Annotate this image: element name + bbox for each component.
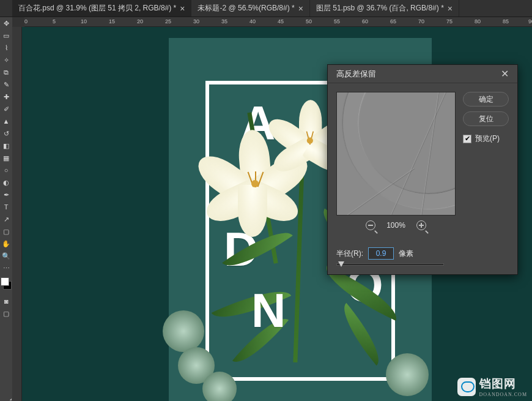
move-tool[interactable]: ✥: [0, 17, 12, 29]
watermark-sub: DOANDOAN.COM: [479, 392, 527, 397]
slider-thumb[interactable]: [338, 261, 344, 267]
hand-tool[interactable]: ✋: [0, 238, 12, 250]
tab-label: 图层 51.psb @ 36.7% (百合, RGB/8#) *: [316, 3, 444, 13]
screenmode-toggle[interactable]: ▢: [0, 307, 12, 320]
succulent-icon: [163, 310, 204, 352]
zoom-percent: 100%: [386, 221, 405, 230]
pen-tool[interactable]: ✒: [0, 189, 12, 201]
tab-label: 未标题-2 @ 56.5%(RGB/8#) *: [198, 3, 294, 13]
brush-tool[interactable]: ✐: [0, 103, 12, 115]
succulent-icon: [386, 353, 429, 396]
poster-letter-n: N: [251, 283, 286, 339]
zoom-out-icon[interactable]: [366, 220, 375, 230]
ok-button[interactable]: 确定: [463, 92, 509, 107]
watermark: 铛图网 DOANDOAN.COM: [457, 376, 527, 397]
watermark-icon: [457, 378, 476, 396]
vertical-ruler: [12, 27, 22, 401]
dodge-tool[interactable]: ◐: [0, 176, 12, 189]
reset-button[interactable]: 复位: [463, 111, 509, 126]
horizontal-ruler: 0 5 10 15 20 25 30 35 40 45 50 55 60 65 …: [24, 17, 532, 27]
preview-label: 预览(P): [475, 133, 500, 144]
shape-tool[interactable]: ▢: [0, 225, 12, 238]
dialog-title: 高反差保留: [336, 69, 376, 80]
zoom-tool[interactable]: 🔍: [0, 250, 12, 262]
succulent-icon: [202, 372, 237, 401]
close-icon[interactable]: ×: [448, 4, 453, 13]
tab-document-2[interactable]: 未标题-2 @ 56.5%(RGB/8#) * ×: [191, 0, 309, 17]
blur-tool[interactable]: ○: [0, 164, 12, 176]
color-swatches[interactable]: [0, 277, 12, 291]
high-pass-dialog: 高反差保留 ✕ 100% 确定 复位 ✔ 预览(P) 半: [327, 64, 518, 275]
dialog-titlebar[interactable]: 高反差保留 ✕: [328, 65, 517, 83]
healing-tool[interactable]: ✚: [0, 91, 12, 103]
filter-preview[interactable]: [336, 92, 456, 215]
close-icon[interactable]: ✕: [497, 67, 512, 81]
path-tool[interactable]: ↗: [0, 213, 12, 225]
tab-document-3[interactable]: 图层 51.psb @ 36.7% (百合, RGB/8#) * ×: [310, 0, 459, 17]
eyedropper-tool[interactable]: ✎: [0, 78, 12, 91]
eraser-tool[interactable]: ◧: [0, 140, 12, 152]
tab-label: 百合花.psd @ 31.9% (图层 51 拷贝 2, RGB/8#) *: [18, 3, 176, 13]
zoom-in-icon[interactable]: [416, 220, 426, 230]
radius-input[interactable]: [368, 247, 394, 260]
gradient-tool[interactable]: ▦: [0, 152, 12, 164]
lasso-tool[interactable]: ⌇: [0, 42, 12, 54]
history-brush-tool[interactable]: ↺: [0, 127, 12, 140]
marquee-tool[interactable]: ▭: [0, 29, 12, 42]
radius-unit: 像素: [399, 249, 413, 259]
radius-label: 半径(R):: [336, 249, 363, 259]
tab-document-1[interactable]: 百合花.psd @ 31.9% (图层 51 拷贝 2, RGB/8#) * ×: [12, 0, 191, 17]
wand-tool[interactable]: ✧: [0, 54, 12, 66]
watermark-main: 铛图网: [479, 376, 527, 392]
crop-tool[interactable]: ⧉: [0, 66, 12, 78]
close-icon[interactable]: ×: [298, 4, 303, 13]
quickmask-toggle[interactable]: ◙: [0, 295, 12, 307]
type-tool[interactable]: T: [0, 201, 12, 213]
close-icon[interactable]: ×: [180, 4, 185, 13]
radius-slider[interactable]: [336, 263, 444, 266]
foreground-swatch[interactable]: [1, 277, 9, 286]
stamp-tool[interactable]: ▲: [0, 115, 12, 127]
document-tabs: 百合花.psd @ 31.9% (图层 51 拷贝 2, RGB/8#) * ×…: [0, 0, 532, 17]
tool-palette: ✥ ▭ ⌇ ✧ ⧉ ✎ ✚ ✐ ▲ ↺ ◧ ▦ ○ ◐ ✒ T ↗ ▢ ✋ 🔍 …: [0, 17, 12, 401]
preview-checkbox-row[interactable]: ✔ 预览(P): [463, 133, 509, 144]
checkbox-icon[interactable]: ✔: [463, 135, 471, 143]
edit-toolbar[interactable]: ⋯: [0, 262, 12, 274]
